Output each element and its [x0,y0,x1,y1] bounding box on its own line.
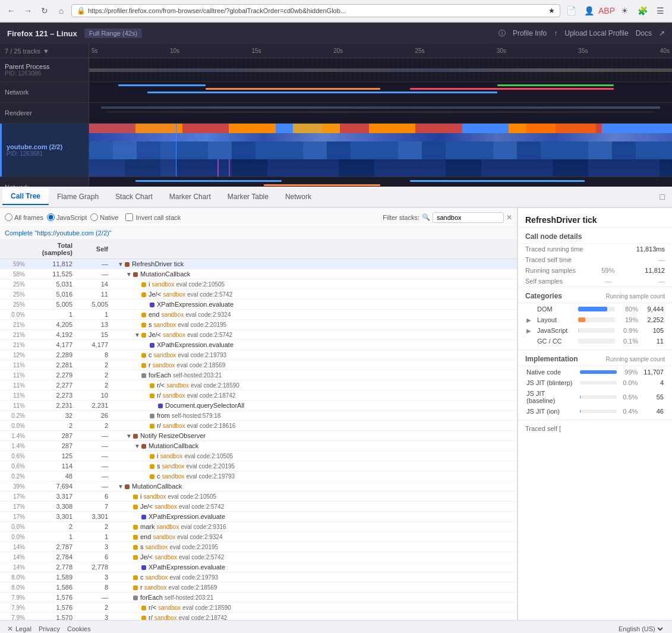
table-row[interactable]: 8.0% 1,586 8 r sandbox eval code:2:18569 [0,582,517,593]
name-col[interactable]: ▼MutationCallback [113,481,517,492]
tab-marker-table[interactable]: Marker Table [219,189,277,204]
adblock-button[interactable]: ABP [600,4,614,18]
table-row[interactable]: 11% 2,273 10 r/ sandbox eval code:2:1874… [0,390,517,401]
youtube-track[interactable]: youtube.com (2/2) PID: 1263681 [0,124,672,177]
tab-network[interactable]: Network [277,189,320,204]
name-col[interactable]: ▼Notify ResizeObserver [113,431,517,441]
table-row[interactable]: 0.0% 1 1 end sandbox eval code:2:9324 [0,310,517,320]
col-header-pct[interactable] [0,240,30,259]
name-col[interactable]: i sandbox eval code:2:10505 [113,279,517,289]
table-row[interactable]: 8.0% 1,589 3 c sandbox eval code:2:19793 [0,572,517,582]
name-col[interactable]: s sandbox eval code:2:20195 [113,320,517,330]
table-row[interactable]: 7.9% 1,570 3 r/ sandbox eval code:2:1874… [0,613,517,621]
table-row[interactable]: 25% 5,016 11 Je/< sandbox eval code:2:57… [0,289,517,300]
renderer-track[interactable]: Renderer [0,103,672,124]
all-frames-option[interactable]: All frames [5,213,43,221]
docs-link[interactable]: Docs [636,29,652,37]
name-col[interactable]: ▼RefreshDriver tick [113,259,517,269]
table-row[interactable]: 11% 2,277 2 r/< sandbox eval code:2:1859… [0,380,517,390]
refresh-button[interactable]: ↻ [38,4,51,17]
name-col[interactable]: ▼MutationCallback [113,441,517,451]
table-row[interactable]: 17% 3,317 6 i sandbox eval code:2:10505 [0,492,517,502]
table-row[interactable]: 17% 3,301 3,301 XPathExpression.evaluate [0,512,517,522]
col-header-name[interactable] [113,240,517,259]
name-col[interactable]: end sandbox eval code:2:9324 [113,310,517,320]
table-row[interactable]: 14% 2,784 6 Je/< sandbox eval code:2:574… [0,552,517,562]
name-col[interactable]: s sandbox eval code:2:20195 [113,542,517,552]
table-row[interactable]: 59% 11,812 — ▼RefreshDriver tick [0,259,517,269]
table-row[interactable]: 21% 4,205 13 s sandbox eval code:2:20195 [0,320,517,330]
table-row[interactable]: 0.6% 114 — s sandbox eval code:2:20195 [0,461,517,471]
table-row[interactable]: 11% 2,231 2,231 Document.querySelectorAl… [0,401,517,411]
name-col[interactable]: forEach self-hosted:203:21 [113,370,517,380]
extensions-button[interactable]: 🧩 [635,4,649,18]
table-row[interactable]: 14% 2,778 2,778 XPathExpression.evaluate [0,562,517,572]
table-row[interactable]: 25% 5,031 14 i sandbox eval code:2:10505 [0,279,517,289]
all-frames-radio[interactable] [5,213,12,221]
parent-process-track[interactable]: Parent Process PID: 1263086 [0,58,672,82]
breadcrumb[interactable]: Complete "https://youtube.com (2/2)" [0,227,517,240]
table-row[interactable]: 25% 5,005 5,005 XPathExpression.evaluate [0,300,517,310]
bookmark-icon[interactable]: ★ [548,7,555,15]
table-row[interactable]: 0.0% 2 2 r/ sandbox eval code:2:18616 [0,421,517,431]
name-col[interactable]: r sandbox eval code:2:18569 [113,360,517,370]
cookies-link[interactable]: Cookies [67,625,91,632]
table-row[interactable]: 11% 2,279 2 forEach self-hosted:203:21 [0,370,517,380]
table-container[interactable]: Total (samples) Self 59% 11,812 — ▼Refre… [0,240,517,620]
privacy-link[interactable]: Privacy [39,625,60,632]
table-row[interactable]: 39% 7,694 — ▼MutationCallback [0,481,517,492]
name-col[interactable]: r/ sandbox eval code:2:18742 [113,390,517,401]
expand-triangle[interactable]: ▼ [118,261,124,267]
table-row[interactable]: 1.4% 287 — ▼MutationCallback [0,441,517,451]
native-option[interactable]: Native [90,213,118,221]
name-col[interactable]: Je/< sandbox eval code:2:5742 [113,289,517,300]
expand-triangle[interactable]: ▼ [126,433,132,439]
name-col[interactable]: c sandbox eval code:2:19793 [113,572,517,582]
cat-expand[interactable]: ▶ [519,326,534,335]
native-radio[interactable] [90,213,98,221]
invert-call-stack-option[interactable]: Invert call stack [125,213,181,221]
back-button[interactable]: ← [5,4,18,17]
name-col[interactable]: from self-hosted:579:18 [113,411,517,421]
name-col[interactable]: XPathExpression.evaluate [113,340,517,350]
github-button[interactable]: ☀ [617,4,632,18]
close-button[interactable]: ✕ [7,625,13,633]
home-button[interactable]: ⌂ [55,4,68,17]
table-row[interactable]: 1.4% 287 — ▼Notify ResizeObserver [0,431,517,441]
table-row[interactable]: 12% 2,289 8 c sandbox eval code:2:19793 [0,350,517,360]
name-col[interactable]: forEach self-hosted:203:21 [113,593,517,603]
name-col[interactable]: i sandbox eval code:2:10505 [113,492,517,502]
cat-expand[interactable]: ▶ [519,315,534,325]
network-track-1[interactable]: Network [0,82,672,103]
table-row[interactable]: 0.2% 48 — c sandbox eval code:2:19793 [0,471,517,481]
table-row[interactable]: 21% 4,192 15 ▼Je/< sandbox eval code:2:5… [0,330,517,340]
javascript-radio[interactable] [47,213,55,221]
forward-button[interactable]: → [21,4,34,17]
col-header-self[interactable]: Self [77,240,113,259]
name-col[interactable]: r/< sandbox eval code:2:18590 [113,380,517,390]
name-col[interactable]: r/ sandbox eval code:2:18742 [113,613,517,621]
tab-stack-chart[interactable]: Stack Chart [107,189,161,204]
table-row[interactable]: 58% 11,525 — ▼MutationCallback [0,269,517,279]
name-col[interactable]: Je/< sandbox eval code:2:5742 [113,502,517,512]
javascript-option[interactable]: JavaScript [47,213,87,221]
expand-triangle[interactable]: ▼ [134,443,140,449]
language-select[interactable]: English (US) [616,625,665,633]
name-col[interactable]: r sandbox eval code:2:18569 [113,582,517,593]
profile-info-link[interactable]: Profile Info [513,29,547,37]
name-col[interactable]: XPathExpression.evaluate [113,562,517,572]
upload-link[interactable]: Upload Local Profile [564,29,628,37]
expand-triangle[interactable]: ▼ [134,332,140,338]
name-col[interactable]: c sandbox eval code:2:19793 [113,350,517,360]
name-col[interactable]: r/< sandbox eval code:2:18590 [113,603,517,613]
invert-call-stack-checkbox[interactable] [125,213,133,221]
name-col[interactable]: s sandbox eval code:2:20195 [113,461,517,471]
expand-triangle[interactable]: ▼ [118,483,124,490]
tab-flame-graph[interactable]: Flame Graph [49,189,107,204]
network-track-2[interactable]: Network [0,177,672,187]
track-count-dropdown[interactable]: ▼ [43,48,49,55]
search-input[interactable] [433,212,504,223]
table-row[interactable]: 0.2% 32 26 from self-hosted:579:18 [0,411,517,421]
col-header-total[interactable]: Total (samples) [30,240,77,259]
tab-marker-chart[interactable]: Marker Chart [161,189,219,204]
